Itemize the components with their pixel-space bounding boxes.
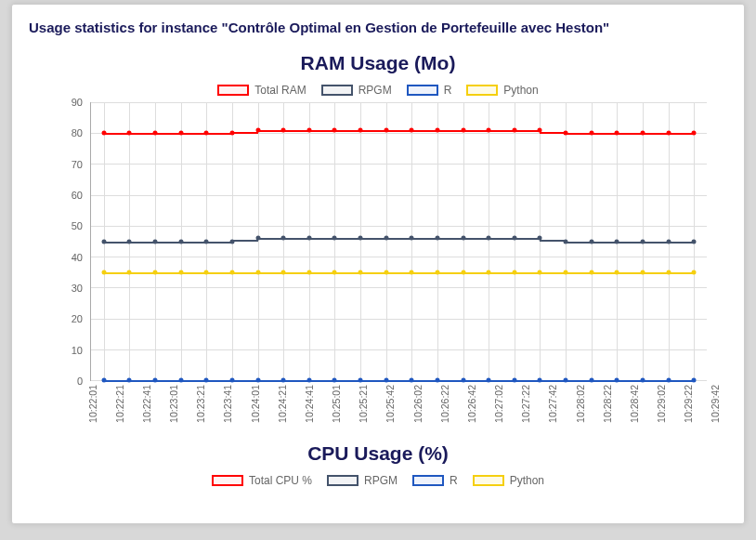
series-line (309, 272, 335, 274)
series-line (592, 133, 618, 135)
legend-swatch-icon (327, 475, 358, 486)
y-tick: 80 (72, 127, 83, 138)
x-tick: 10:24:01 (250, 385, 261, 423)
series-line (643, 133, 669, 135)
series-line (489, 238, 515, 240)
x-tick: 10:23:21 (195, 385, 206, 423)
x-tick: 10:26:02 (412, 385, 424, 423)
grid-line (515, 102, 515, 380)
x-tick: 10:29:42 (710, 385, 721, 423)
grid-line (91, 257, 707, 257)
series-line (411, 238, 437, 240)
series-line (437, 238, 463, 240)
x-tick: 10:27:22 (520, 385, 531, 423)
series-line (592, 272, 618, 274)
grid-line (91, 287, 707, 288)
series-line (309, 130, 335, 132)
x-tick: 10:24:21 (277, 385, 288, 423)
series-line (540, 240, 566, 242)
series-line (334, 272, 360, 274)
series-line (566, 133, 592, 135)
series-line (592, 242, 618, 244)
series-line (258, 130, 284, 132)
plot-area[interactable] (90, 102, 707, 381)
legend-swatch-icon (321, 85, 353, 96)
legend-item-python-cpu[interactable]: Python (473, 474, 544, 487)
legend-item-python[interactable]: Python (466, 84, 538, 97)
grid-line (283, 102, 284, 380)
x-tick: 10:26:42 (466, 385, 477, 423)
legend-label: R (444, 84, 452, 97)
series-line (515, 238, 541, 240)
series-line (283, 238, 309, 240)
legend-label: Total RAM (254, 84, 306, 97)
chart-title-cpu: CPU Usage (%) (29, 442, 727, 465)
y-tick: 10 (72, 345, 83, 356)
x-tick: 10:24:41 (304, 385, 315, 423)
legend-swatch-icon (212, 475, 243, 486)
legend-label: Total CPU % (249, 474, 312, 487)
series-line (617, 272, 643, 274)
series-line (181, 272, 207, 274)
series-line (540, 272, 566, 274)
series-line (540, 132, 566, 134)
legend-item-rpgm-cpu[interactable]: RPGM (327, 474, 398, 487)
grid-line (463, 102, 464, 380)
x-axis: 10:22:0110:22:2110:22:4110:23:0110:23:21… (73, 381, 723, 439)
series-line (155, 242, 181, 244)
series-line (566, 272, 592, 274)
grid-line (91, 319, 707, 320)
page-title: Usage statistics for instance "Contrôle … (29, 20, 727, 35)
series-line (104, 272, 130, 274)
series-line (104, 133, 130, 135)
y-axis: 0102030405060708090 (46, 102, 86, 381)
grid-line (334, 102, 335, 380)
x-tick: 10:28:02 (575, 385, 586, 423)
grid-line (360, 102, 361, 380)
x-tick: 10:23:01 (168, 385, 179, 423)
legend-item-r[interactable]: R (407, 84, 452, 97)
x-tick: 10:27:42 (547, 385, 558, 423)
legend-item-r-cpu[interactable]: R (412, 474, 458, 487)
series-line (643, 272, 669, 274)
series-line (360, 272, 386, 274)
series-line (566, 242, 592, 244)
series-line (155, 133, 181, 135)
series-line (232, 240, 258, 242)
series-line (334, 130, 360, 132)
series-line (411, 130, 437, 132)
grid-line (437, 102, 438, 380)
chart-title-ram: RAM Usage (Mo) (29, 52, 727, 74)
grid-line (489, 102, 489, 380)
series-line (515, 130, 541, 132)
series-line (360, 238, 386, 240)
x-tick: 10:22:21 (114, 385, 125, 423)
series-line (386, 272, 412, 274)
legend-label: R (450, 474, 458, 487)
series-line (283, 130, 309, 132)
series-line (669, 272, 695, 274)
series-line (104, 242, 130, 244)
x-tick: 10:22:41 (141, 385, 152, 423)
legend-swatch-icon (466, 85, 498, 96)
series-line (206, 272, 232, 274)
y-tick: 20 (72, 313, 83, 324)
series-line (181, 133, 207, 135)
series-line (386, 238, 412, 240)
x-tick: 10:25:01 (331, 385, 342, 423)
series-line (258, 272, 284, 274)
legend-item-rpgm[interactable]: RPGM (321, 84, 392, 97)
series-line (669, 133, 695, 135)
series-line (617, 133, 643, 135)
legend-label: RPGM (364, 474, 398, 487)
legend-item-total-ram[interactable]: Total RAM (217, 84, 306, 97)
grid-line (309, 102, 310, 380)
legend-item-total-cpu[interactable]: Total CPU % (212, 474, 312, 487)
series-line (206, 242, 232, 244)
series-line (181, 242, 207, 244)
series-line (129, 242, 155, 244)
series-line (360, 130, 386, 132)
series-line (669, 242, 695, 244)
x-tick: 10:27:02 (493, 385, 504, 423)
x-tick: 10:28:42 (629, 385, 640, 423)
